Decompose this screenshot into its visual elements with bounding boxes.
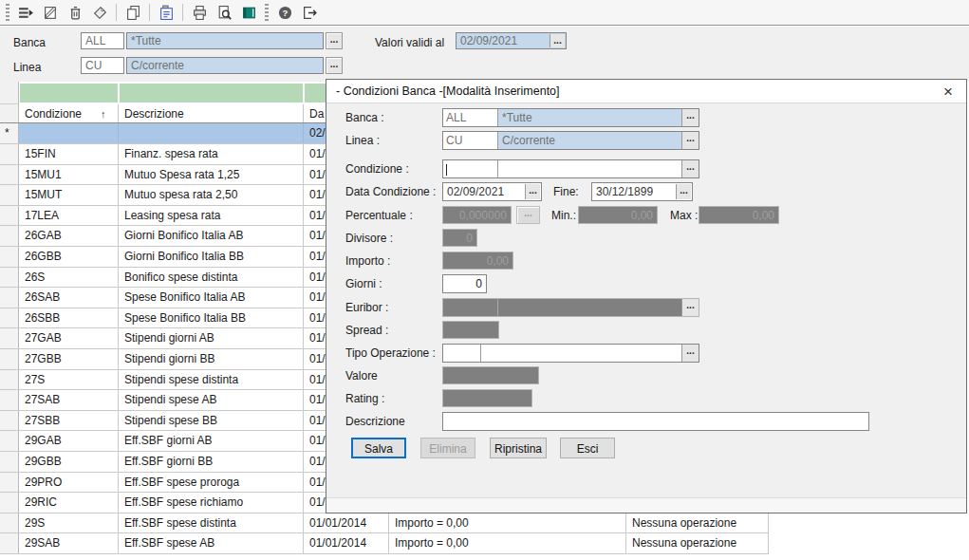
copy-icon	[125, 5, 141, 21]
toolbar-grip[interactable]	[265, 4, 269, 21]
dlg-linea-code[interactable]: CU	[443, 132, 498, 149]
dlg-data-condizione-lookup-button[interactable]: ...	[525, 184, 540, 199]
dlg-fine-lookup-button[interactable]: ...	[676, 184, 691, 199]
row-selector[interactable]	[0, 247, 19, 267]
cell-descrizione: Stipendi spese distinta	[119, 370, 304, 390]
grid-filter-cell[interactable]	[120, 84, 303, 103]
table-row[interactable]: 29S Eff.SBF spese distinta 01/01/2014 Im…	[0, 513, 769, 534]
new-record-marker[interactable]: *	[0, 123, 19, 143]
print-button[interactable]	[187, 2, 212, 23]
paste-list-button[interactable]	[154, 2, 178, 23]
help-icon: ?	[277, 5, 293, 21]
edit-button[interactable]	[38, 2, 63, 23]
row-selector[interactable]	[0, 308, 19, 328]
cell-condizione: 15MUT	[19, 185, 119, 205]
cell-condizione: 29RIC	[19, 493, 119, 513]
exit-button[interactable]	[297, 2, 322, 23]
banca-lookup-button[interactable]: ...	[326, 32, 343, 49]
row-selector[interactable]	[0, 513, 19, 533]
cell-descrizione: Bonifico spese distinta	[119, 268, 304, 288]
preview-icon	[216, 5, 233, 21]
dlg-condizione-lookup-button[interactable]: ...	[681, 160, 699, 177]
cell-descrizione: Mutuo spesa rata 2,50	[119, 185, 304, 205]
book-button[interactable]	[236, 2, 261, 23]
dlg-divisore-label: Divisore :	[345, 232, 393, 245]
dlg-linea-desc: C/corrente	[498, 132, 681, 149]
column-header-descrizione[interactable]: Descrizione	[119, 104, 304, 122]
row-selector[interactable]	[0, 452, 19, 472]
svg-text:?: ?	[282, 7, 288, 17]
dlg-banca-field[interactable]: ALL *Tutte ...	[442, 108, 699, 127]
cell-descrizione: Stipendi spese AB	[119, 390, 304, 410]
dlg-banca-code[interactable]: ALL	[443, 109, 498, 126]
valori-validi-lookup-button[interactable]: ...	[550, 34, 565, 47]
cell-descrizione: Spese Bonifico Italia AB	[119, 288, 304, 308]
dlg-euribor-field: ...	[442, 298, 699, 317]
row-selector[interactable]	[0, 226, 19, 246]
dlg-euribor-desc	[498, 299, 681, 316]
dlg-min-label: Min.:	[551, 209, 576, 222]
row-selector[interactable]	[0, 288, 19, 308]
row-selector[interactable]	[0, 473, 19, 493]
row-selector[interactable]	[0, 206, 19, 226]
dlg-condizione-code[interactable]	[443, 160, 498, 177]
tag-button[interactable]	[87, 2, 112, 23]
dlg-tipo-operazione-lookup-button[interactable]: ...	[681, 345, 699, 362]
dlg-fine-field[interactable]: 30/12/1899 ...	[591, 182, 693, 201]
row-selector[interactable]	[0, 533, 19, 553]
dlg-data-condizione-field[interactable]: 02/09/2021 ...	[442, 182, 542, 201]
valori-validi-date-field[interactable]: 02/09/2021 ...	[456, 32, 567, 49]
dlg-percentuale-lookup-button: ...	[516, 206, 540, 224]
salva-button[interactable]: Salva	[351, 438, 406, 458]
cell-descrizione: Spese Bonifico Italia BB	[119, 308, 304, 328]
dialog-bottom-strip	[326, 497, 966, 513]
dlg-linea-lookup-button[interactable]: ...	[681, 132, 699, 149]
ripristina-button[interactable]: Ripristina	[490, 438, 547, 458]
cell-descrizione: Stipendi spese BB	[119, 411, 304, 431]
copy-button[interactable]	[121, 2, 145, 23]
banca-code-field[interactable]: ALL	[81, 32, 124, 49]
dlg-percentuale-field: 0,000000	[442, 206, 512, 224]
help-button[interactable]: ?	[272, 2, 297, 23]
row-selector[interactable]	[0, 165, 19, 185]
dlg-tipo-operazione-code[interactable]	[443, 345, 481, 362]
row-selector[interactable]	[0, 185, 19, 205]
row-selector[interactable]	[0, 431, 19, 451]
esci-button[interactable]: Esci	[560, 438, 615, 458]
row-selector[interactable]	[0, 268, 19, 288]
dlg-banca-lookup-button[interactable]: ...	[681, 109, 699, 126]
row-selector[interactable]	[0, 370, 19, 390]
row-selector[interactable]	[0, 493, 19, 513]
toolbar-grip[interactable]	[6, 4, 9, 21]
toolbar-separator	[116, 4, 117, 21]
delete-button[interactable]	[63, 2, 87, 23]
row-selector[interactable]	[0, 411, 19, 431]
grid-filter-cell[interactable]	[20, 84, 118, 103]
column-header-condizione[interactable]: Condizione↑	[19, 104, 119, 122]
cell-descrizione: Eff.SBF spese richiamo	[119, 493, 304, 513]
row-selector[interactable]	[0, 144, 19, 164]
cell-importo: Importo = 0,00	[389, 513, 626, 533]
dlg-giorni-field[interactable]: 0	[442, 274, 487, 293]
dlg-descrizione-field[interactable]	[442, 412, 869, 431]
table-row[interactable]: 29SAB Eff.SBF spese AB 01/01/2014 Import…	[0, 533, 769, 554]
new-record-button[interactable]	[13, 2, 38, 23]
dlg-condizione-field[interactable]: ...	[442, 159, 699, 178]
dlg-descrizione-label: Descrizione	[345, 415, 405, 428]
dlg-max-field: 0,00	[699, 206, 779, 224]
row-selector[interactable]	[0, 328, 19, 348]
preview-button[interactable]	[212, 2, 236, 23]
dlg-linea-field[interactable]: CU C/corrente ...	[442, 131, 699, 150]
close-icon[interactable]: ×	[940, 83, 957, 102]
dlg-euribor-lookup-button[interactable]: ...	[681, 299, 699, 316]
linea-code-field[interactable]: CU	[81, 57, 124, 74]
grid-corner-cell	[0, 82, 19, 104]
dlg-tipo-operazione-field[interactable]: ...	[442, 344, 699, 363]
cell-descrizione: Stipendi giorni BB	[119, 349, 304, 369]
row-selector[interactable]	[0, 390, 19, 410]
linea-lookup-button[interactable]: ...	[326, 57, 343, 74]
linea-desc-field: C/corrente	[126, 57, 324, 74]
cell-condizione: 27SBB	[19, 411, 119, 431]
cell-condizione: 26GBB	[19, 247, 119, 267]
row-selector[interactable]	[0, 349, 19, 369]
